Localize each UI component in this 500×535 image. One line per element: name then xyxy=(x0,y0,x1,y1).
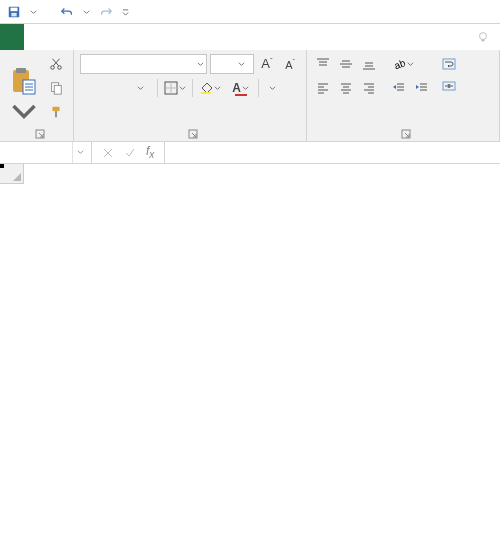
qat-dropdown-icon[interactable] xyxy=(30,5,37,19)
align-middle-button[interactable] xyxy=(336,54,356,74)
decrease-indent-button[interactable] xyxy=(389,78,409,98)
undo-icon[interactable] xyxy=(57,2,77,22)
svg-rect-16 xyxy=(53,107,60,111)
wrap-text-button[interactable] xyxy=(442,54,460,74)
format-painter-button[interactable] xyxy=(46,102,66,122)
orientation-button[interactable]: ab xyxy=(389,54,417,74)
align-bottom-button[interactable] xyxy=(359,54,379,74)
svg-rect-1 xyxy=(11,7,18,11)
paste-dropdown-icon xyxy=(10,98,38,128)
tell-me[interactable] xyxy=(470,24,500,50)
cancel-icon[interactable] xyxy=(102,147,114,159)
select-all-corner[interactable] xyxy=(0,164,24,184)
cut-button[interactable] xyxy=(46,54,66,74)
group-font: Aˆ Aˇ A xyxy=(74,50,307,141)
chevron-down-icon[interactable] xyxy=(72,142,88,163)
chevron-down-icon[interactable] xyxy=(235,61,247,68)
quick-access-toolbar xyxy=(0,0,500,24)
underline-button[interactable] xyxy=(126,78,154,98)
undo-dropdown-icon[interactable] xyxy=(83,5,90,19)
formula-input[interactable] xyxy=(165,142,500,163)
copy-button[interactable] xyxy=(46,78,66,98)
wrap-icon xyxy=(442,57,456,71)
dialog-launcher-icon[interactable] xyxy=(188,129,198,139)
orientation-icon: ab xyxy=(392,57,406,71)
font-size-input[interactable] xyxy=(211,57,235,71)
svg-rect-17 xyxy=(55,111,57,117)
merge-center-button[interactable] xyxy=(442,76,460,96)
group-alignment: ab xyxy=(307,50,500,141)
scissors-icon xyxy=(49,57,63,71)
fill-color-button[interactable] xyxy=(196,78,224,98)
font-name-combo[interactable] xyxy=(80,54,207,74)
italic-button[interactable] xyxy=(103,78,123,98)
align-right-button[interactable] xyxy=(359,78,379,98)
enter-icon[interactable] xyxy=(124,147,136,159)
bucket-icon xyxy=(199,81,213,95)
merge-icon xyxy=(442,79,456,93)
save-icon[interactable] xyxy=(4,2,24,22)
tab-file[interactable] xyxy=(0,24,24,50)
font-size-combo[interactable] xyxy=(210,54,254,74)
paste-icon xyxy=(10,66,38,96)
align-left-button[interactable] xyxy=(313,78,333,98)
redo-icon[interactable] xyxy=(96,2,116,22)
border-icon xyxy=(164,81,178,95)
dialog-launcher-icon[interactable] xyxy=(35,129,45,139)
increase-font-button[interactable]: Aˆ xyxy=(257,54,277,74)
increase-indent-button[interactable] xyxy=(412,78,432,98)
svg-point-13 xyxy=(58,66,62,70)
decrease-font-button[interactable]: Aˇ xyxy=(280,54,300,74)
svg-rect-5 xyxy=(482,40,485,42)
bold-button[interactable] xyxy=(80,78,100,98)
svg-rect-2 xyxy=(11,12,16,16)
dialog-launcher-icon[interactable] xyxy=(401,129,411,139)
formula-bar: fx xyxy=(0,142,500,164)
svg-rect-7 xyxy=(16,68,26,73)
bulb-icon xyxy=(476,30,490,44)
brush-icon xyxy=(49,105,63,119)
svg-text:ab: ab xyxy=(392,57,405,71)
svg-rect-22 xyxy=(201,92,211,94)
paste-button[interactable] xyxy=(6,54,42,128)
align-center-button[interactable] xyxy=(336,78,356,98)
name-box-input[interactable] xyxy=(0,146,72,160)
copy-icon xyxy=(49,81,63,95)
svg-point-12 xyxy=(51,66,55,70)
qat-customize-icon[interactable] xyxy=(122,5,129,19)
font-name-input[interactable] xyxy=(81,57,195,71)
ribbon: Aˆ Aˇ A xyxy=(0,50,500,142)
align-top-button[interactable] xyxy=(313,54,333,74)
fx-icon[interactable]: fx xyxy=(146,144,154,160)
borders-button[interactable] xyxy=(161,78,189,98)
name-box[interactable] xyxy=(0,142,92,163)
group-clipboard xyxy=(0,50,74,141)
svg-point-4 xyxy=(480,33,487,40)
chevron-down-icon[interactable] xyxy=(195,61,206,68)
ribbon-tabs xyxy=(0,24,500,50)
font-color-button[interactable]: A xyxy=(227,78,255,98)
phonetic-button[interactable] xyxy=(262,78,282,98)
svg-rect-15 xyxy=(54,85,61,94)
